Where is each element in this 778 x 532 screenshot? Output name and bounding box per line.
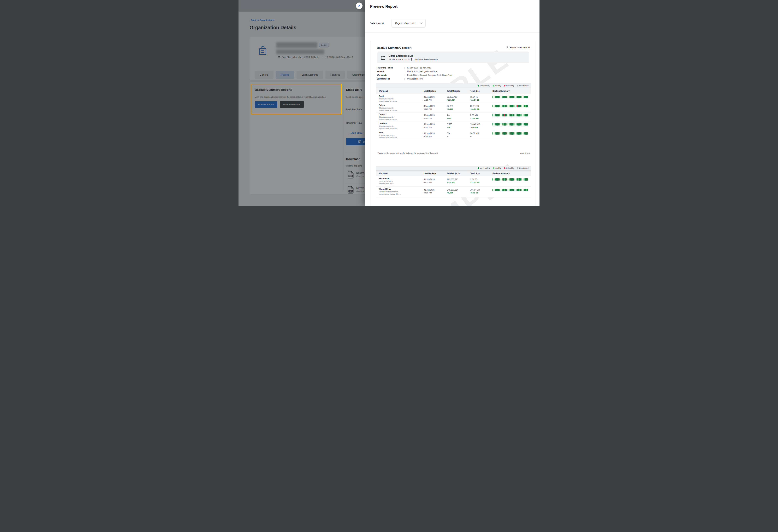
health-bar (517, 114, 518, 117)
health-bar (497, 178, 498, 181)
column-header-total-objects: Total Objects (447, 172, 470, 174)
meta-colon: : (404, 67, 407, 69)
health-bar (509, 178, 510, 181)
health-bar (495, 96, 495, 98)
last-backup-cell: 31 Jan 202611:25 PM (423, 94, 447, 103)
health-bar (502, 123, 502, 126)
health-bar (509, 105, 510, 107)
workload-name: Email (379, 95, 423, 97)
health-bar (492, 123, 493, 126)
legend-item-healthy: Healthy (493, 85, 501, 87)
health-bar (505, 96, 506, 98)
legend-item-healthy: Healthy (493, 167, 501, 169)
health-bar (526, 132, 527, 135)
total-objects-delta: +34 (447, 126, 470, 128)
health-bar (516, 123, 517, 126)
legend-label: Unhealthy (506, 167, 514, 169)
column-header-total-size: Total Size (470, 90, 492, 92)
health-bar (510, 123, 511, 126)
legend-label: Deactivated (519, 167, 529, 169)
legend-label: Very Healthy (480, 85, 490, 87)
health-bar (499, 178, 500, 181)
health-bar (523, 178, 524, 181)
health-bar (523, 105, 524, 107)
health-bar (522, 188, 522, 191)
meta-label: Workloads (377, 74, 404, 76)
close-panel-button[interactable]: ✕ (356, 3, 363, 9)
health-bar (494, 132, 494, 135)
health-bar (504, 123, 505, 126)
health-bar (510, 114, 511, 117)
health-bar (522, 123, 522, 126)
meta-row: Workloads:Email, Drives, Contact, Calend… (377, 74, 452, 76)
health-bar (526, 114, 527, 117)
health-bar (520, 178, 521, 181)
health-bar (527, 132, 528, 135)
workload-name: Task (379, 131, 423, 134)
health-bar (509, 114, 510, 117)
column-header-total-objects: Total Objects (447, 90, 470, 92)
health-bar (507, 188, 507, 191)
column-header-total-size: Total Size (470, 172, 492, 174)
workload-name: SharePoint (379, 177, 423, 180)
health-bar (504, 105, 505, 107)
health-bar (495, 178, 495, 181)
health-bar (504, 188, 505, 191)
health-bar (492, 96, 493, 98)
health-bar (508, 132, 509, 135)
total-objects-delta: +125,464 (447, 181, 470, 183)
total-size-cell: 2.64 TB+12.64 GB (470, 176, 492, 186)
health-bar (500, 123, 501, 126)
health-bar (525, 188, 526, 191)
health-bar (518, 123, 519, 126)
partner-text: Partner: Aster Medical (510, 46, 530, 49)
last-backup-time: 11:25 PM (423, 99, 447, 101)
health-bar (510, 105, 511, 107)
health-bar (516, 105, 517, 107)
health-bar (505, 105, 506, 107)
health-bar (524, 123, 525, 126)
health-bar (494, 188, 494, 191)
legend-dot (517, 85, 519, 86)
health-bar (511, 105, 512, 107)
health-bar (502, 105, 502, 107)
health-bar (495, 105, 495, 107)
workload-deactivated-count: 2 deactivated accounts (379, 100, 423, 102)
total-size-delta: +12.64 GB (470, 108, 492, 110)
health-bar (507, 132, 507, 135)
workload-deactivated-count: 0 deactivated shared drives (379, 193, 423, 195)
health-bar (505, 123, 506, 126)
health-bar (496, 188, 497, 191)
health-bar (512, 123, 513, 126)
legend-label: Unhealthy (506, 85, 514, 87)
health-bar (527, 123, 528, 126)
health-bar (520, 123, 521, 126)
health-bar (517, 105, 518, 107)
total-objects-cell: 93,353,736+126,434 (447, 94, 470, 103)
last-backup-cell: 31 Jan 202601:25 AM (423, 112, 447, 121)
health-bar (495, 132, 495, 135)
workload-row-email: Email32 active accounts2 deactivated acc… (376, 94, 531, 103)
health-bar (497, 188, 498, 191)
health-bar (512, 96, 513, 98)
meta-colon: : (404, 70, 407, 73)
backup-summary-cell (492, 94, 528, 103)
health-bar (510, 188, 511, 191)
total-size-value: 2.64 TB (470, 178, 492, 180)
column-header-workload: Workload (376, 90, 423, 92)
health-bar (512, 114, 513, 117)
last-backup-date: 31 Jan 2026 (423, 114, 447, 116)
health-bar (497, 123, 498, 126)
total-objects-delta: +126,434 (447, 99, 470, 101)
legend-dot (504, 85, 505, 86)
health-bar (516, 188, 517, 191)
health-bar (499, 123, 500, 126)
health-bar (509, 123, 510, 126)
report-type-dropdown[interactable]: Organization Level (392, 19, 425, 28)
health-bar (524, 105, 525, 107)
health-bar (504, 114, 505, 117)
workload-table-page1: Very HealthyHealthyUnhealthyDeactivated … (376, 83, 531, 139)
last-backup-time: 03:25 PM (423, 192, 447, 194)
health-bar (515, 114, 515, 117)
total-size-value: 106.64 GB (470, 189, 492, 191)
